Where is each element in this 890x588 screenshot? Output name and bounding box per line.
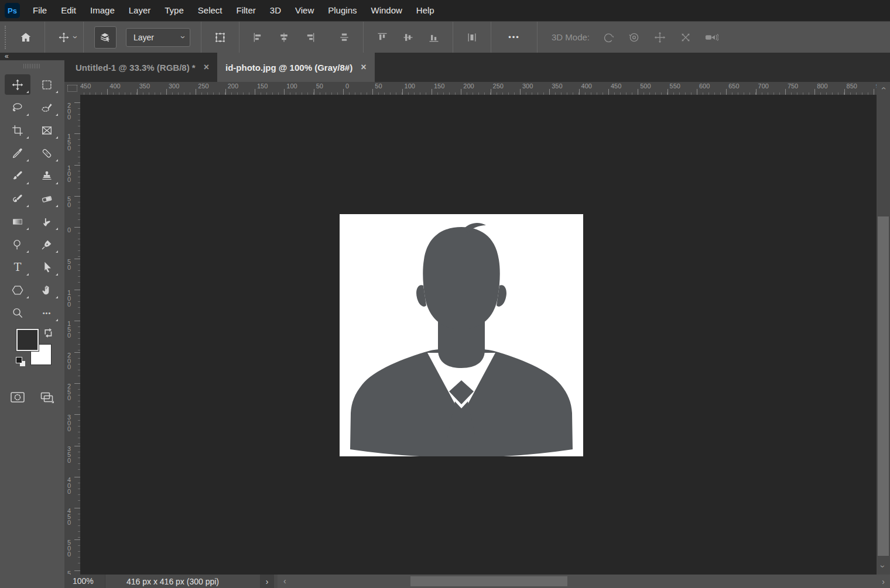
menu-item[interactable]: Select [191, 0, 230, 21]
vertical-ruler[interactable]: 2001501005005010015020025030035040045050… [64, 95, 80, 575]
eyedropper-tool[interactable] [5, 143, 30, 163]
crop-tool[interactable] [5, 120, 30, 140]
scroll-up-icon[interactable]: › [877, 84, 890, 93]
ruler-label: 400 [64, 477, 80, 506]
document-canvas[interactable] [340, 214, 583, 456]
document-tab-bar: Untitled-1 @ 33.3% (RGB/8) * × id-photo.… [64, 53, 890, 82]
shape-tool[interactable] [5, 280, 30, 300]
zoom-level-field[interactable]: 100% [64, 575, 105, 588]
menu-item[interactable]: File [26, 0, 54, 21]
ruler-label: 300 [64, 414, 80, 443]
menu-item[interactable]: Plugins [321, 0, 364, 21]
align-right-icon[interactable] [302, 30, 317, 45]
foreground-color-swatch[interactable] [16, 329, 39, 351]
collapse-panels-icon[interactable]: « [0, 53, 64, 60]
color-swatches [0, 328, 64, 381]
auto-select-dropdown[interactable]: Layer › [126, 28, 190, 47]
pen-tool[interactable] [34, 234, 60, 255]
frame-tool[interactable] [34, 120, 60, 140]
menu-item[interactable]: 3D [263, 0, 288, 21]
ruler-label: 350 [549, 82, 578, 95]
auto-select-toggle-icon[interactable] [94, 26, 117, 49]
rectangular-marquee-tool[interactable] [34, 74, 60, 95]
move-tool-preset-icon[interactable] [56, 30, 71, 45]
ruler-label: 50 [64, 259, 80, 288]
brush-tool[interactable] [5, 166, 30, 186]
quick-mask-mode-icon[interactable] [9, 390, 26, 405]
ruler-label: 100 [64, 165, 80, 194]
vertical-scrollbar[interactable]: › › [877, 82, 890, 575]
3d-roll-icon[interactable] [627, 30, 642, 45]
default-colors-icon[interactable] [16, 357, 25, 366]
ruler-label: 550 [668, 82, 697, 95]
hand-tool[interactable] [34, 280, 60, 300]
menu-item[interactable]: Window [364, 0, 409, 21]
menu-bar: Ps FileEditImageLayerTypeSelectFilter3DV… [0, 0, 890, 21]
menu-item[interactable]: Help [409, 0, 441, 21]
3d-camera-icon[interactable] [704, 30, 719, 45]
horizontal-ruler[interactable]: 4504003503002502001501005005010015020025… [64, 82, 877, 95]
menu-item[interactable]: Edit [54, 0, 83, 21]
align-vertical-centers-icon[interactable] [400, 30, 416, 45]
menu-item[interactable]: View [288, 0, 321, 21]
eraser-tool[interactable] [34, 188, 60, 209]
align-horizontal-centers-icon[interactable] [276, 30, 292, 45]
menu-item[interactable]: Layer [122, 0, 158, 21]
tab-close-icon[interactable]: × [361, 62, 366, 73]
ruler-label: 250 [196, 82, 225, 95]
ruler-label: 150 [255, 82, 284, 95]
ruler-label: 800 [814, 82, 844, 95]
document-area: 4504003503002502001501005005010015020025… [64, 82, 890, 588]
menu-item[interactable]: Filter [230, 0, 263, 21]
menu-item[interactable]: Type [158, 0, 191, 21]
smudge-tool[interactable] [34, 211, 60, 232]
align-bottom-icon[interactable] [426, 30, 441, 45]
3d-pan-icon[interactable] [652, 30, 668, 45]
move-tool[interactable] [5, 74, 30, 95]
clone-stamp-tool[interactable] [34, 166, 60, 186]
status-options-icon[interactable]: › [260, 575, 274, 588]
align-top-icon[interactable] [375, 30, 390, 45]
lasso-tool[interactable] [5, 97, 30, 118]
home-icon[interactable] [18, 30, 33, 45]
horizontal-scrollbar[interactable]: ‹ [278, 575, 877, 588]
align-left-icon[interactable] [251, 30, 266, 45]
tab-close-icon[interactable]: × [204, 62, 209, 73]
3d-orbit-icon[interactable] [601, 30, 616, 45]
screen-mode-icon[interactable] [38, 390, 56, 405]
scroll-down-icon[interactable]: › [877, 562, 890, 571]
ruler-label: 150 [432, 82, 461, 95]
chevron-down-icon[interactable]: › [71, 36, 81, 39]
ruler-label: 550 [64, 570, 80, 575]
path-selection-tool[interactable] [34, 257, 60, 277]
spot-healing-brush-tool[interactable] [34, 143, 60, 163]
vertical-scrollbar-thumb[interactable] [878, 216, 889, 556]
menu-item[interactable]: Image [83, 0, 122, 21]
3d-slide-icon[interactable] [678, 30, 693, 45]
document-tab[interactable]: Untitled-1 @ 33.3% (RGB/8) * × [67, 53, 217, 82]
distribute-vertical-centers-icon[interactable] [337, 30, 352, 45]
zoom-tool[interactable] [5, 302, 30, 323]
horizontal-scrollbar-thumb[interactable] [410, 576, 567, 586]
swap-colors-icon[interactable] [43, 328, 54, 338]
history-brush-tool[interactable] [5, 188, 30, 209]
more-tools-glyph: ••• [43, 310, 52, 317]
gradient-tool[interactable] [5, 211, 30, 232]
ruler-label: 700 [756, 82, 785, 95]
status-bar: 100% 416 px x 416 px (300 ppi) › ‹ › [64, 575, 890, 588]
toolbar-grip[interactable] [23, 64, 41, 68]
dodge-tool[interactable] [5, 234, 30, 255]
object-selection-tool[interactable] [34, 97, 60, 118]
scroll-right-icon[interactable]: › [877, 575, 890, 588]
distribute-horizontal-centers-icon[interactable] [464, 30, 480, 45]
ruler-origin-button[interactable] [64, 82, 80, 95]
ruler-label: 350 [64, 446, 80, 475]
type-tool[interactable]: T [5, 257, 30, 277]
more-options-icon[interactable]: ••• [502, 30, 526, 45]
document-tab[interactable]: id-photo.jpg @ 100% (Gray/8#) × [217, 53, 375, 82]
options-grip[interactable] [5, 26, 8, 49]
transform-controls-icon[interactable] [213, 30, 228, 45]
scroll-left-icon[interactable]: ‹ [283, 575, 286, 588]
more-tools-icon[interactable]: ••• [34, 302, 60, 323]
photoshop-logo-icon[interactable]: Ps [5, 3, 20, 18]
